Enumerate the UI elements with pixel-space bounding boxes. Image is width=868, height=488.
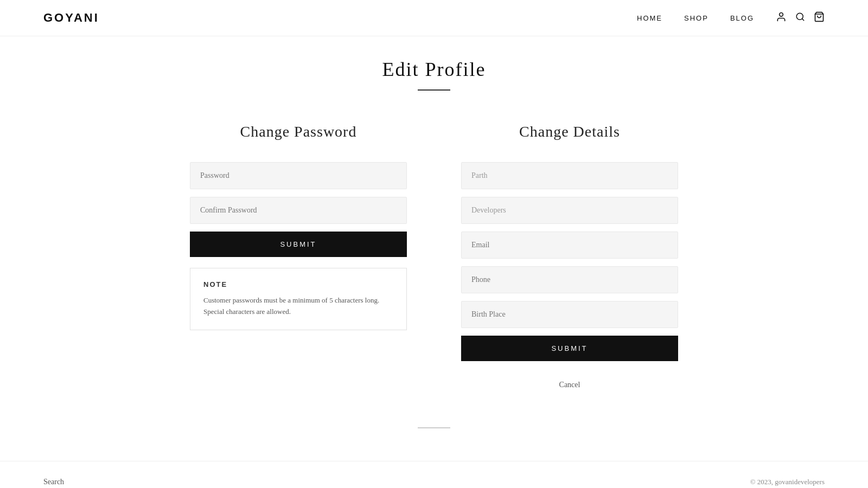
search-icon[interactable]	[795, 12, 805, 24]
account-icon[interactable]	[776, 11, 787, 25]
note-text: Customer passwords must be a minimum of …	[203, 295, 393, 318]
password-input[interactable]	[190, 162, 407, 189]
svg-point-0	[780, 12, 783, 16]
nav-icons	[776, 11, 825, 25]
password-submit-button[interactable]: SUBMIT	[190, 232, 407, 257]
change-password-title: Change Password	[190, 123, 407, 140]
email-input[interactable]	[461, 232, 678, 259]
confirm-password-input[interactable]	[190, 197, 407, 224]
change-details-title: Change Details	[461, 123, 678, 140]
footer-search-link[interactable]: Search	[43, 478, 64, 486]
footer: Search © 2023, govanidevelopers	[0, 461, 868, 488]
last-name-input[interactable]	[461, 197, 678, 224]
first-name-input[interactable]	[461, 162, 678, 189]
nav-shop[interactable]: SHOP	[684, 14, 709, 22]
bottom-divider	[418, 427, 450, 428]
footer-copyright: © 2023, govanidevelopers	[750, 478, 825, 486]
change-details-section: Change Details SUBMIT Cancel	[461, 123, 678, 389]
nav-blog[interactable]: BLOG	[730, 14, 754, 22]
nav-home[interactable]: HOME	[637, 14, 662, 22]
birth-place-input[interactable]	[461, 301, 678, 328]
main-nav: HOME SHOP BLOG	[637, 11, 825, 25]
note-box: NOTE Customer passwords must be a minimu…	[190, 268, 407, 330]
svg-line-2	[802, 18, 803, 20]
cart-icon[interactable]	[814, 11, 825, 25]
brand-logo: GOYANI	[43, 11, 99, 25]
page-title: Edit Profile	[0, 58, 868, 81]
main-content: Change Password SUBMIT NOTE Customer pas…	[54, 96, 814, 416]
phone-input[interactable]	[461, 266, 678, 293]
cancel-link[interactable]: Cancel	[461, 381, 678, 389]
change-password-section: Change Password SUBMIT NOTE Customer pas…	[190, 123, 407, 389]
note-title: NOTE	[203, 280, 393, 288]
title-divider	[418, 89, 450, 91]
page-title-section: Edit Profile	[0, 36, 868, 96]
details-submit-button[interactable]: SUBMIT	[461, 336, 678, 361]
